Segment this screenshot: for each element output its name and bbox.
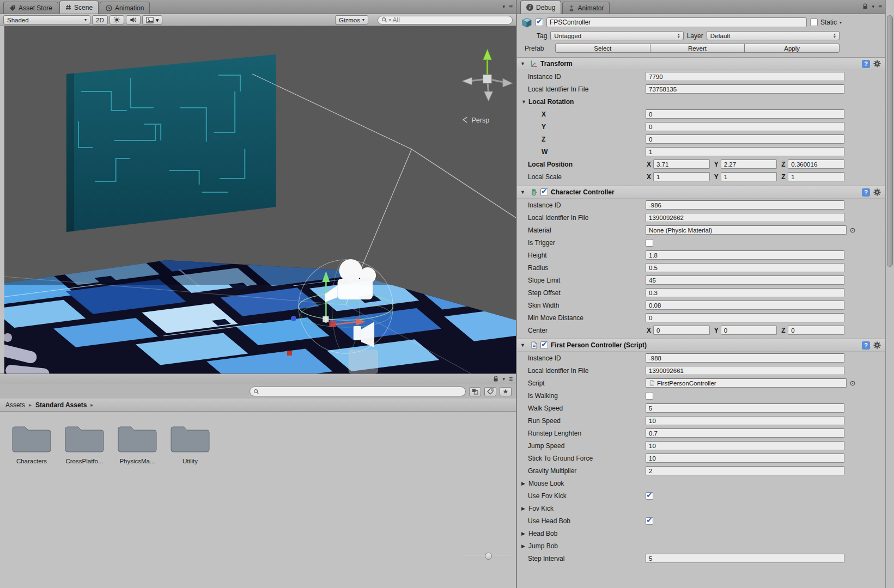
- pane-menu-icon[interactable]: ≡: [509, 3, 513, 10]
- component-enabled-checkbox[interactable]: ✔: [540, 188, 548, 196]
- prefab-apply-button[interactable]: Apply: [744, 44, 840, 53]
- rotation-z-field[interactable]: 0: [646, 134, 844, 144]
- prefab-select-button[interactable]: Select: [555, 44, 650, 53]
- material-field[interactable]: None (Physic Material): [646, 225, 847, 235]
- tab-debug[interactable]: i Debug: [520, 1, 561, 14]
- position-z-field[interactable]: 0.360016: [788, 160, 844, 169]
- instance-id-field[interactable]: -988: [646, 353, 844, 363]
- folder-crossplatform[interactable]: CrossPlatfo...: [64, 422, 105, 464]
- pane-caret-icon[interactable]: ▾: [872, 4, 874, 9]
- scrollbar-thumb[interactable]: [887, 15, 893, 267]
- foldout-open-icon[interactable]: ▼: [520, 342, 527, 348]
- fov-kick-foldout[interactable]: ▶ Fov Kick: [517, 502, 885, 514]
- walk-speed-field[interactable]: 5: [646, 403, 844, 413]
- run-speed-field[interactable]: 10: [646, 416, 844, 425]
- tab-animation[interactable]: Animation: [100, 2, 150, 14]
- thumbnail-size-slider[interactable]: [464, 552, 512, 561]
- tag-dropdown[interactable]: Untagged ▲▼: [550, 31, 683, 40]
- mouse-look-foldout[interactable]: ▶ Mouse Look: [517, 477, 885, 489]
- tab-asset-store[interactable]: Asset Store: [3, 2, 58, 14]
- static-dropdown-icon[interactable]: ▾: [840, 20, 842, 25]
- pane-caret-icon[interactable]: ▾: [502, 377, 505, 382]
- jump-speed-field[interactable]: 10: [646, 441, 844, 450]
- component-enabled-checkbox[interactable]: ✔: [540, 341, 548, 349]
- center-z-field[interactable]: 0: [788, 326, 844, 335]
- transform-header[interactable]: ▼ Transform ?: [517, 57, 885, 70]
- use-head-bob-checkbox[interactable]: ✔: [646, 517, 653, 525]
- foldout-closed-icon[interactable]: ▶: [521, 543, 528, 549]
- help-icon[interactable]: ?: [862, 341, 870, 350]
- first-person-controller-header[interactable]: ▼ ✔ First Person Controller (Script) ?: [517, 339, 885, 352]
- scene-viewport[interactable]: Persp: [4, 26, 516, 373]
- use-fov-kick-checkbox[interactable]: ✔: [646, 492, 653, 500]
- 2d-toggle-button[interactable]: 2D: [92, 15, 108, 24]
- script-field[interactable]: FirstPersonController: [646, 378, 847, 388]
- project-search-input[interactable]: [250, 387, 466, 396]
- tab-scene[interactable]: Scene: [59, 1, 99, 14]
- search-by-label-button[interactable]: [484, 387, 496, 396]
- foldout-closed-icon[interactable]: ▶: [521, 531, 528, 536]
- folder-utility[interactable]: Utility: [169, 422, 211, 464]
- scale-x-field[interactable]: 1: [653, 172, 710, 181]
- pane-caret-icon[interactable]: ▾: [502, 4, 505, 9]
- local-identifier-field[interactable]: 1390092661: [646, 366, 844, 375]
- breadcrumb-current[interactable]: Standard Assets: [35, 401, 87, 409]
- gear-icon[interactable]: [873, 341, 881, 349]
- foldout-closed-icon[interactable]: ▶: [521, 506, 528, 511]
- gear-icon[interactable]: [873, 60, 881, 68]
- is-trigger-checkbox[interactable]: [646, 239, 653, 247]
- effects-dropdown-button[interactable]: ▾: [142, 15, 163, 24]
- radius-field[interactable]: 0.5: [646, 263, 844, 272]
- local-identifier-field[interactable]: 73758135: [646, 84, 844, 94]
- instance-id-field[interactable]: 7790: [646, 72, 844, 81]
- inspector-scrollbar[interactable]: [885, 0, 894, 588]
- layer-dropdown[interactable]: Default ▲▼: [707, 31, 840, 40]
- foldout-open-icon[interactable]: ▼: [520, 61, 527, 66]
- tab-animator[interactable]: Animator: [562, 2, 610, 14]
- audio-toggle-button[interactable]: [126, 15, 141, 24]
- lock-icon[interactable]: [493, 376, 498, 382]
- rotation-x-field[interactable]: 0: [646, 109, 844, 119]
- instance-id-field[interactable]: -986: [646, 200, 844, 210]
- foldout-closed-icon[interactable]: ▶: [521, 481, 528, 486]
- prefab-revert-button[interactable]: Revert: [650, 44, 745, 53]
- static-checkbox[interactable]: [810, 19, 818, 26]
- scale-z-field[interactable]: 1: [788, 172, 844, 181]
- gizmos-dropdown[interactable]: Gizmos ▾: [335, 15, 368, 24]
- runstep-lenghten-field[interactable]: 0.7: [646, 428, 844, 438]
- head-bob-foldout[interactable]: ▶ Head Bob: [517, 527, 885, 540]
- local-identifier-field[interactable]: 1390092662: [646, 213, 844, 222]
- jump-bob-foldout[interactable]: ▶ Jump Bob: [517, 540, 885, 552]
- slope-limit-field[interactable]: 45: [646, 275, 844, 285]
- lighting-toggle-button[interactable]: [110, 15, 124, 24]
- gameobject-name-field[interactable]: FPSController: [546, 17, 807, 27]
- center-y-field[interactable]: 0: [721, 326, 777, 335]
- lock-icon[interactable]: [862, 3, 868, 10]
- position-y-field[interactable]: 2.27: [721, 160, 777, 169]
- foldout-open-icon[interactable]: ▼: [520, 189, 527, 195]
- rotation-y-field[interactable]: 0: [646, 122, 844, 131]
- rotation-w-field[interactable]: 1: [646, 147, 844, 156]
- folder-characters[interactable]: Characters: [11, 422, 52, 464]
- height-field[interactable]: 1.8: [646, 250, 844, 260]
- favorites-button[interactable]: ★: [500, 387, 512, 396]
- object-picker-icon[interactable]: ⊙: [847, 379, 859, 387]
- foldout-open-icon[interactable]: ▼: [521, 99, 528, 105]
- scene-search-input[interactable]: ▾ All: [378, 16, 513, 24]
- object-picker-icon[interactable]: ⊙: [847, 226, 859, 234]
- is-walking-checkbox[interactable]: [646, 392, 653, 400]
- persp-label[interactable]: Persp: [471, 117, 489, 124]
- step-offset-field[interactable]: 0.3: [646, 288, 844, 297]
- pane-menu-icon[interactable]: ≡: [878, 3, 882, 10]
- min-move-distance-field[interactable]: 0: [646, 313, 844, 322]
- search-by-type-button[interactable]: [469, 387, 481, 396]
- gameobject-enabled-checkbox[interactable]: ✔: [536, 19, 543, 26]
- skin-width-field[interactable]: 0.08: [646, 301, 844, 310]
- pane-menu-icon[interactable]: ≡: [509, 376, 513, 382]
- stick-to-ground-force-field[interactable]: 10: [646, 454, 844, 463]
- breadcrumb-root[interactable]: Assets: [5, 401, 25, 409]
- folder-physicsmaterials[interactable]: PhysicsMa...: [117, 422, 158, 464]
- slider-knob[interactable]: [485, 553, 492, 560]
- shading-mode-dropdown[interactable]: Shaded ▾: [3, 15, 90, 24]
- step-interval-field[interactable]: 5: [646, 554, 844, 563]
